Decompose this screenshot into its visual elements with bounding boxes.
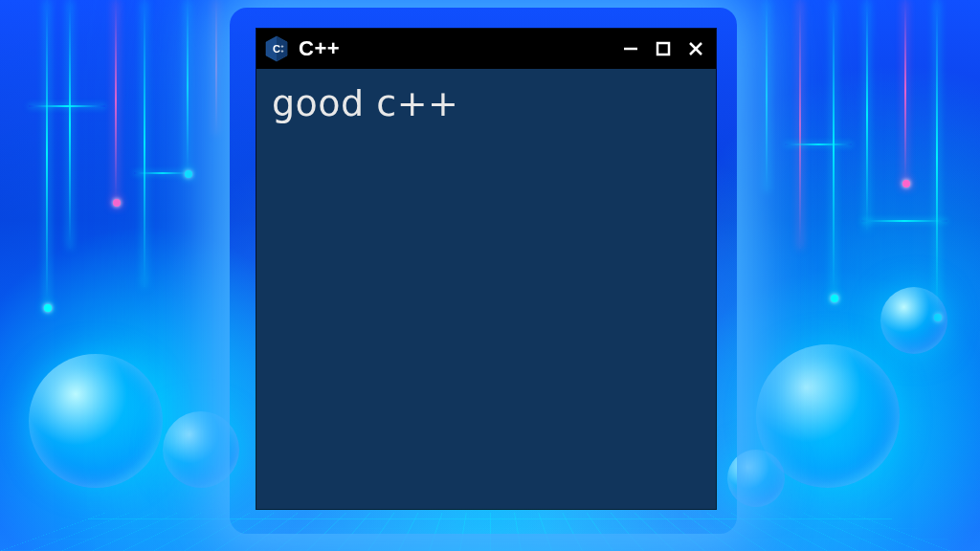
- console-content: good c++: [256, 69, 716, 509]
- maximize-button[interactable]: [653, 38, 674, 59]
- close-button[interactable]: [685, 38, 706, 59]
- window-title: C++: [299, 36, 611, 61]
- circuit-line: [144, 0, 145, 287]
- circuit-line: [861, 220, 947, 222]
- svg-text:+: +: [281, 48, 284, 54]
- circuit-node: [44, 304, 52, 312]
- glow-orb: [163, 411, 239, 488]
- circuit-line: [215, 0, 217, 134]
- circuit-node: [902, 180, 910, 187]
- glow-orb: [29, 354, 163, 488]
- circuit-line: [29, 105, 105, 107]
- circuit-node: [113, 199, 121, 207]
- glow-orb: [880, 287, 947, 354]
- circuit-line: [134, 172, 191, 174]
- window-controls: [620, 38, 706, 59]
- circuit-line: [115, 0, 117, 201]
- circuit-line: [936, 0, 938, 316]
- svg-text:C: C: [273, 43, 280, 55]
- minimize-button[interactable]: [620, 38, 641, 59]
- circuit-line: [799, 0, 801, 249]
- app-window: C + + C++ good c++: [256, 29, 716, 509]
- circuit-line: [46, 0, 48, 306]
- circuit-line: [766, 0, 768, 191]
- grid-floor: [0, 513, 980, 551]
- circuit-line: [904, 0, 906, 182]
- cpp-hexagon-icon: C + +: [264, 34, 289, 63]
- circuit-line: [69, 0, 71, 249]
- glow-orb: [727, 450, 785, 507]
- circuit-line: [785, 143, 852, 145]
- titlebar[interactable]: C + + C++: [256, 29, 716, 69]
- console-output: good c++: [272, 82, 701, 124]
- circuit-line: [187, 0, 189, 172]
- svg-rect-6: [657, 43, 669, 55]
- circuit-node: [831, 295, 838, 302]
- circuit-line: [866, 0, 868, 230]
- circuit-line: [833, 0, 835, 297]
- circuit-node: [185, 170, 192, 178]
